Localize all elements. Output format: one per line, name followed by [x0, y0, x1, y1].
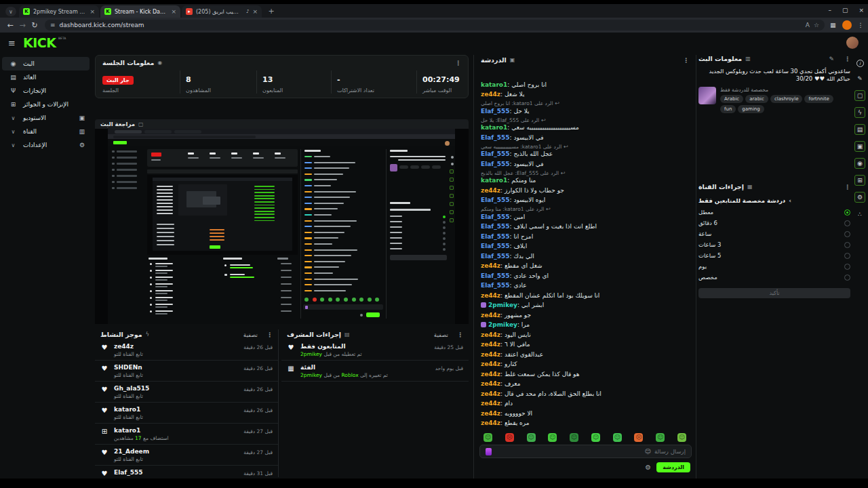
- happy-emote[interactable]: ☺: [548, 433, 557, 442]
- kebab-menu-icon[interactable]: ⋮: [267, 331, 273, 338]
- followers-only-chat-back[interactable]: دردشة مخصصة للمتابعين فقط ‹: [698, 197, 850, 204]
- chat-username[interactable]: Elaf_555: [481, 223, 510, 230]
- chat-username[interactable]: Elaf_555: [481, 243, 510, 249]
- chat-username[interactable]: kataro1: [481, 124, 507, 131]
- chat-message-input[interactable]: إرسال رسالة ☺: [479, 445, 692, 458]
- tab-close-icon[interactable]: ×: [171, 8, 176, 15]
- chat-message-block[interactable]: ↩ ze44z: يلا شغل: [474, 90, 696, 100]
- edit-icon[interactable]: ✎: [854, 73, 865, 84]
- screen-panel-icon[interactable]: ▢: [854, 90, 865, 101]
- chat-username[interactable]: ze44z: [481, 390, 500, 397]
- new-tab-button[interactable]: +: [266, 5, 277, 16]
- chat-message-block[interactable]: ↩ kataro1: انا بروح اصلي: [474, 80, 696, 90]
- mod-filter-button[interactable]: تصفية: [434, 331, 448, 338]
- host-panel-icon[interactable]: ⊞: [854, 175, 865, 186]
- chat-message-block[interactable]: ↩ ze44z: جو حطاب ولا ذا الكوارز: [474, 186, 696, 196]
- chat-username[interactable]: ze44z: [481, 331, 500, 338]
- chat-username[interactable]: kataro1: [481, 177, 507, 184]
- chat-username[interactable]: Elaf_555: [481, 233, 510, 240]
- activity-username[interactable]: SHDENn: [114, 364, 238, 371]
- blob-emote[interactable]: ☺: [613, 433, 622, 442]
- chat-message-block[interactable]: ↩ ze44z: دام: [474, 399, 696, 409]
- emoji-picker-icon[interactable]: ☺: [645, 448, 651, 455]
- chat-username[interactable]: Elaf_555: [481, 150, 510, 157]
- tab-search-button[interactable]: ∨: [5, 7, 16, 16]
- category-thumbnail[interactable]: [698, 87, 716, 104]
- kebab-menu-icon[interactable]: ⋮: [457, 331, 463, 338]
- info-icon[interactable]: i: [856, 60, 864, 67]
- sidebar-item[interactable]: ∨ ◉ البث: [2, 57, 90, 70]
- radio-button[interactable]: [844, 220, 850, 226]
- chat-message-block[interactable]: ↩ Elaf_555: في الابيسود: [474, 133, 696, 143]
- radio-button[interactable]: [844, 274, 850, 281]
- chat-settings-gear-icon[interactable]: ⚙: [645, 464, 651, 471]
- kebab-menu-icon[interactable]: ⋮: [455, 60, 461, 66]
- kick-logo[interactable]: KICK: [23, 35, 56, 50]
- chat-message-block[interactable]: ↩ Elaf_555: امزح انا: [474, 232, 696, 242]
- chat-username[interactable]: ze44z: [481, 400, 500, 407]
- duration-option[interactable]: 6 دقائق: [698, 218, 850, 228]
- close-button[interactable]: ×: [859, 7, 864, 14]
- chat-message-block[interactable]: ↩ 2pmikey: مرا: [474, 321, 696, 331]
- sidebar-item[interactable]: ∨ Ψ الإنجازات: [0, 84, 92, 98]
- radio-button[interactable]: [844, 242, 850, 248]
- stream-preview[interactable]: [95, 129, 469, 324]
- chat-username[interactable]: ze44z: [481, 292, 500, 299]
- browser-menu-icon[interactable]: ⋮: [858, 22, 864, 28]
- translate-icon[interactable]: A: [806, 22, 810, 28]
- broadcast-panel-icon[interactable]: ◉: [854, 158, 865, 169]
- chat-message-block[interactable]: ↩ ze44z: شغل اي مقطع: [474, 262, 696, 272]
- chat-message-block[interactable]: ↩الرد على Elaf_555: عجل الله بالذبح kata…: [474, 169, 696, 186]
- chat-username[interactable]: ze44z: [481, 410, 500, 417]
- chat-send-button[interactable]: الدردشة: [656, 462, 690, 472]
- chat-message-block[interactable]: ↩الرد على Elaf_555: يلا حل kataro1: مسيي…: [474, 117, 696, 134]
- chat-message-block[interactable]: ↩ ze44z: عبدالقوي اعتقد: [474, 350, 696, 360]
- chat-username[interactable]: Elaf_555: [481, 161, 510, 167]
- chat-message-block[interactable]: ↩ ze44z: مره يقطع: [474, 419, 696, 429]
- chat-message-block[interactable]: ↩ Elaf_555: في الابيسود: [474, 159, 696, 169]
- sidebar-item[interactable]: ∨ ⊞ الإنزالات و الجوائز: [0, 98, 92, 111]
- chat-username[interactable]: Elaf_555: [481, 282, 510, 289]
- sidebar-item[interactable]: ∨ الإعدادات ⚙: [0, 138, 92, 152]
- radio-button[interactable]: [844, 253, 850, 259]
- share-icon[interactable]: ∴: [854, 209, 865, 220]
- chat-message-block[interactable]: ↩ ze44z: مافي الا ٦: [474, 340, 696, 350]
- kebab-menu-icon[interactable]: ⋮: [683, 57, 689, 64]
- edit-icon[interactable]: ✎: [829, 56, 834, 62]
- maximize-button[interactable]: ▢: [842, 7, 848, 14]
- back-button[interactable]: ←: [4, 21, 16, 30]
- lol-emote[interactable]: ☺: [677, 433, 686, 442]
- chat-username[interactable]: Elaf_555: [481, 253, 510, 260]
- hamburger-menu-icon[interactable]: ≡: [8, 38, 16, 48]
- identity-badge-icon[interactable]: [486, 448, 492, 455]
- chat-username[interactable]: ze44z: [481, 262, 500, 269]
- chat-username[interactable]: ze44z: [481, 351, 500, 358]
- forward-button[interactable]: →: [16, 21, 28, 30]
- activity-username[interactable]: Gh_ala515: [114, 385, 238, 392]
- hype-emote[interactable]: ☹: [634, 433, 643, 442]
- chat-username[interactable]: 2pmikey: [488, 302, 517, 308]
- user-avatar[interactable]: [846, 37, 859, 49]
- sidebar-item[interactable]: ∨ ▤ العائد: [0, 70, 92, 84]
- chat-message-block[interactable]: ↩ Elaf_555: اطلع انت اذا بغيت و اسمي ايل…: [474, 222, 696, 232]
- sidebar-item[interactable]: ∨ القناة ▥: [0, 125, 92, 138]
- chat-username[interactable]: Elaf_555: [481, 272, 510, 279]
- chat-username[interactable]: ze44z: [481, 91, 500, 98]
- chat-message-block[interactable]: ↩الرد على kataro1: مسييييييييييه سعي Ela…: [474, 143, 696, 160]
- browser-tab[interactable]: K Stream - Kick Dashboard ♪ ×: [100, 5, 180, 18]
- chat-message-block[interactable]: ↩ Elaf_555: اي واحد عادي: [474, 271, 696, 281]
- bookmark-star-icon[interactable]: ☆: [814, 22, 819, 28]
- duration-option[interactable]: مخصص: [698, 272, 850, 283]
- extensions-icon[interactable]: ▦: [830, 22, 836, 28]
- duration-option[interactable]: يوم: [698, 261, 850, 272]
- chat-message-block[interactable]: ↩الرد على kataro1: انا بروح اصلي Elaf_55…: [474, 100, 696, 117]
- chat-username[interactable]: ze44z: [481, 187, 500, 194]
- chat-message-block[interactable]: ↩ ze44z: نايس اليود: [474, 330, 696, 340]
- chat-message-block[interactable]: ↩ ze44z: هو قال كذا يمكن سمعت غلط: [474, 369, 696, 380]
- radio-button[interactable]: [844, 209, 850, 216]
- chat-message-block[interactable]: ↩ ze44z: كثارو: [474, 360, 696, 370]
- activity-username[interactable]: ze44z: [114, 343, 238, 350]
- chat-message-block[interactable]: ↩الرد على kataro1: منا ومنكم Elaf_555: ا…: [474, 205, 696, 222]
- grin-emote[interactable]: ☺: [591, 433, 600, 442]
- chat-username[interactable]: Elaf_555: [481, 197, 510, 203]
